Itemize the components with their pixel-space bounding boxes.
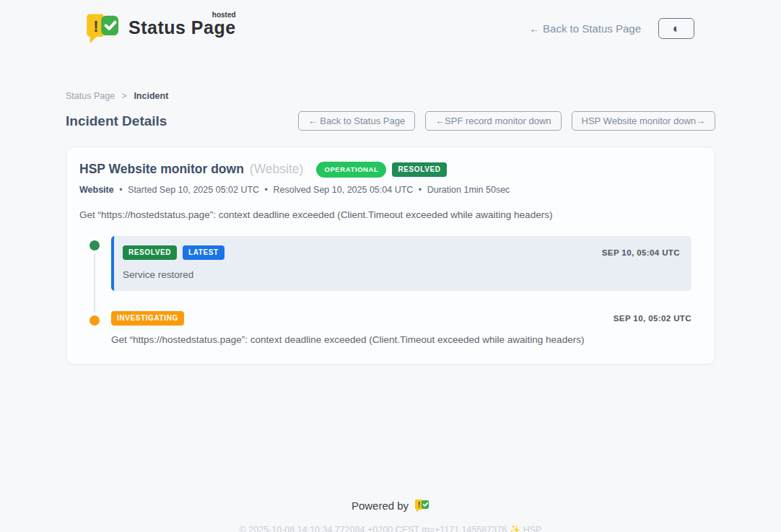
brand-logo-group[interactable]: ! hosted Status Page: [87, 13, 236, 43]
timeline-entry-head: RESOLVED LATEST SEP 10, 05:04 UTC: [123, 245, 680, 260]
powered-by-label: Powered by: [352, 500, 409, 512]
brand-superscript: hosted: [212, 11, 236, 19]
meta-separator: •: [265, 185, 268, 195]
timeline-badges: INVESTIGATING: [111, 311, 184, 326]
site-header: ! hosted Status Page ← Back to Status Pa…: [0, 0, 781, 45]
title-row: Incident Details ← Back to Status Page ←…: [66, 111, 715, 131]
meta-duration: Duration 1min 50sec: [427, 185, 510, 195]
brand-name: Status Page: [128, 17, 236, 38]
copyright-text: © 2025-10-08 14:10:34.772084 +0200 CEST …: [66, 524, 715, 532]
timeline-message: Get “https://hostedstatus.page”: context…: [111, 334, 691, 345]
theme-toggle-button[interactable]: ◐: [658, 18, 694, 39]
breadcrumb: Status Page > Incident: [66, 91, 715, 101]
incident-card: HSP Website monitor down (Website) OPERA…: [66, 147, 715, 365]
page-title: Incident Details: [66, 113, 167, 129]
resolved-badge: RESOLVED: [392, 162, 446, 177]
timeline-resolved-badge: RESOLVED: [123, 245, 177, 260]
timeline-entry-resolved: RESOLVED LATEST SEP 10, 05:04 UTC Servic…: [78, 236, 703, 291]
timeline-investigating-badge: INVESTIGATING: [111, 311, 184, 326]
breadcrumb-status-page[interactable]: Status Page: [66, 91, 115, 101]
meta-component: Website: [79, 185, 114, 195]
incident-scope: (Website): [250, 162, 304, 177]
meta-separator: •: [119, 185, 122, 195]
timeline-dot-wrap: [78, 311, 111, 328]
timeline-dot-green: [87, 237, 102, 253]
timeline-dot-wrap: [78, 236, 111, 253]
timeline-timestamp: SEP 10, 05:02 UTC: [614, 314, 691, 323]
timeline-timestamp: SEP 10, 05:04 UTC: [602, 248, 680, 257]
timeline-entry-head: INVESTIGATING SEP 10, 05:02 UTC: [111, 311, 691, 326]
incident-title-row: HSP Website monitor down (Website) OPERA…: [78, 162, 703, 178]
timeline-message: Service restored: [123, 269, 680, 280]
timeline-badges: RESOLVED LATEST: [123, 245, 224, 260]
incident-nav-buttons: ← Back to Status Page ←SPF record monito…: [298, 111, 715, 131]
incident-description: Get “https://hostedstatus.page”: context…: [78, 209, 703, 220]
half-circle-icon: ◐: [673, 22, 680, 35]
timeline-entry-content: RESOLVED LATEST SEP 10, 05:04 UTC Servic…: [111, 236, 691, 291]
breadcrumb-separator: >: [122, 91, 127, 101]
status-page-logo-icon: !: [87, 13, 120, 43]
timeline-entry-investigating: INVESTIGATING SEP 10, 05:02 UTC Get “htt…: [78, 311, 703, 345]
incident-timeline: RESOLVED LATEST SEP 10, 05:04 UTC Servic…: [78, 236, 703, 345]
timeline-highlight-box: RESOLVED LATEST SEP 10, 05:04 UTC Servic…: [111, 236, 691, 291]
meta-separator: •: [419, 185, 422, 195]
status-page-mini-logo-icon[interactable]: !: [415, 499, 429, 513]
incident-meta: Website • Started Sep 10, 2025 05:02 UTC…: [78, 185, 703, 195]
brand-text: hosted Status Page: [128, 13, 236, 38]
operational-badge: OPERATIONAL: [316, 162, 386, 178]
header-back-link[interactable]: ← Back to Status Page: [529, 22, 641, 35]
prev-incident-button[interactable]: ←SPF record monitor down: [425, 111, 561, 131]
timeline-dot-orange: [87, 313, 102, 328]
svg-text:!: !: [93, 17, 98, 35]
svg-text:!: !: [418, 500, 421, 509]
main-content: Status Page > Incident Incident Details …: [66, 91, 715, 532]
meta-started: Started Sep 10, 2025 05:02 UTC: [128, 185, 259, 195]
breadcrumb-incident: Incident: [134, 91, 168, 101]
incident-title: HSP Website monitor down: [79, 162, 244, 177]
timeline-latest-badge: LATEST: [183, 245, 224, 260]
footer: Powered by ! © 2025-10-08 14:10:34.77208…: [66, 499, 715, 532]
next-incident-button[interactable]: HSP Website monitor down→: [572, 111, 715, 131]
timeline-entry-content: INVESTIGATING SEP 10, 05:02 UTC Get “htt…: [111, 311, 691, 345]
powered-by: Powered by !: [352, 499, 429, 513]
back-to-status-page-button[interactable]: ← Back to Status Page: [298, 111, 415, 131]
meta-resolved: Resolved Sep 10, 2025 05:04 UTC: [273, 185, 413, 195]
